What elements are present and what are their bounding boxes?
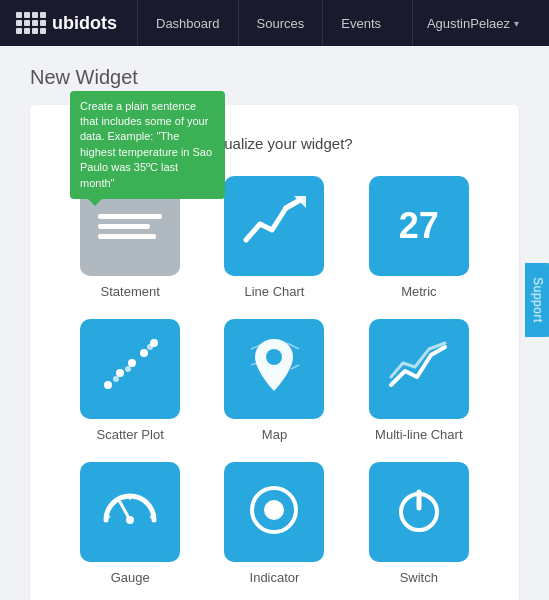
svg-point-20 <box>264 500 284 520</box>
widget-label-scatterplot: Scatter Plot <box>97 427 164 442</box>
widget-item-statement[interactable]: Create a plain sentence that includes so… <box>70 176 190 299</box>
support-tab[interactable]: Support <box>525 263 549 337</box>
metric-icon: 27 <box>399 205 439 247</box>
widget-label-map: Map <box>262 427 287 442</box>
multilinechart-icon <box>387 335 451 403</box>
svg-point-8 <box>150 339 158 347</box>
logo[interactable]: ubidots <box>16 12 117 34</box>
indicator-icon <box>247 478 301 546</box>
svg-point-6 <box>140 349 148 357</box>
switch-icon <box>392 478 446 546</box>
svg-point-3 <box>113 376 119 382</box>
widget-label-metric: Metric <box>401 284 436 299</box>
nav-links: Dashboard Sources Events <box>137 0 412 46</box>
widget-icon-switch <box>369 462 469 562</box>
widget-item-gauge[interactable]: Gauge <box>70 462 190 585</box>
widget-item-multilinechart[interactable]: Multi-line Chart <box>359 319 479 442</box>
map-icon <box>247 335 301 403</box>
svg-point-2 <box>116 369 124 377</box>
logo-text: ubidots <box>52 13 117 34</box>
widget-icon-scatterplot <box>80 319 180 419</box>
widget-item-scatterplot[interactable]: Scatter Plot <box>70 319 190 442</box>
widget-icon-map <box>224 319 324 419</box>
widget-item-linechart[interactable]: Line Chart <box>214 176 334 299</box>
nav-user-menu[interactable]: AgustinPelaez ▾ <box>412 0 533 46</box>
widget-icon-linechart <box>224 176 324 276</box>
widget-label-indicator: Indicator <box>250 570 300 585</box>
svg-point-1 <box>104 381 112 389</box>
linechart-icon <box>242 192 306 260</box>
widget-selector-card: How do you want to visualize your widget… <box>30 105 519 600</box>
svg-point-5 <box>125 366 131 372</box>
logo-icon <box>16 12 46 34</box>
widget-item-indicator[interactable]: Indicator <box>214 462 334 585</box>
svg-point-4 <box>128 359 136 367</box>
navbar: ubidots Dashboard Sources Events Agustin… <box>0 0 549 46</box>
widget-item-switch[interactable]: Switch <box>359 462 479 585</box>
nav-sources[interactable]: Sources <box>238 0 323 46</box>
widget-label-gauge: Gauge <box>111 570 150 585</box>
widget-icon-metric: 27 <box>369 176 469 276</box>
widget-label-switch: Switch <box>400 570 438 585</box>
widget-icon-indicator <box>224 462 324 562</box>
svg-point-9 <box>266 349 282 365</box>
svg-point-15 <box>126 516 134 524</box>
page-title: New Widget <box>30 66 519 89</box>
nav-user-arrow-icon: ▾ <box>514 18 519 29</box>
card-question: How do you want to visualize your widget… <box>70 135 479 152</box>
widget-item-metric[interactable]: 27 Metric <box>359 176 479 299</box>
widget-icon-statement <box>80 176 180 276</box>
widget-grid: Create a plain sentence that includes so… <box>70 176 479 585</box>
svg-line-12 <box>251 363 257 365</box>
widget-label-linechart: Line Chart <box>245 284 305 299</box>
widget-icon-gauge <box>80 462 180 562</box>
nav-events[interactable]: Events <box>322 0 399 46</box>
statement-icon <box>88 204 172 249</box>
nav-username: AgustinPelaez <box>427 16 510 31</box>
nav-dashboard[interactable]: Dashboard <box>137 0 238 46</box>
widget-icon-multilinechart <box>369 319 469 419</box>
gauge-icon <box>98 478 162 546</box>
widget-label-statement: Statement <box>101 284 160 299</box>
svg-line-13 <box>291 365 299 369</box>
scatterplot-icon <box>98 335 162 403</box>
widget-item-map[interactable]: Map <box>214 319 334 442</box>
page-content: New Widget How do you want to visualize … <box>0 46 549 600</box>
widget-label-multilinechart: Multi-line Chart <box>375 427 462 442</box>
